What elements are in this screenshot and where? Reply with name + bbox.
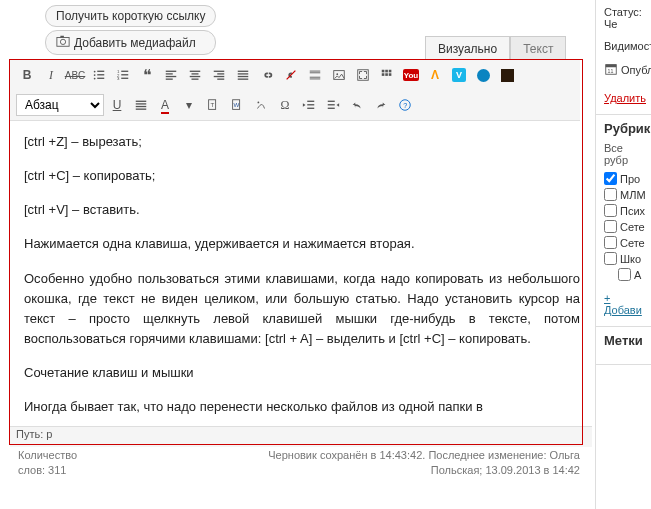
svg-rect-59: [328, 108, 335, 109]
svg-rect-27: [238, 71, 249, 72]
svg-point-3: [94, 71, 96, 73]
paste-text-button[interactable]: T: [202, 94, 224, 116]
color-picker-button[interactable]: ▾: [178, 94, 200, 116]
align-center-button[interactable]: [184, 64, 206, 86]
svg-rect-17: [166, 76, 177, 77]
svg-point-37: [336, 73, 338, 75]
tab-text[interactable]: Текст: [510, 36, 566, 61]
content-p5: Особенно удобно пользоваться этими клави…: [24, 269, 580, 350]
youtube-icon[interactable]: You: [400, 64, 422, 86]
sidebar: Статус: Че Видимост 11 Опубл Удалить Руб…: [595, 0, 651, 509]
cat-checkbox-a[interactable]: [618, 268, 631, 281]
charmap-button[interactable]: Ω: [274, 94, 296, 116]
cat-label-2: Псих: [620, 205, 645, 217]
svg-rect-40: [385, 70, 388, 73]
ol-button[interactable]: 123: [112, 64, 134, 86]
cat-checkbox-0[interactable]: [604, 172, 617, 185]
svg-rect-55: [307, 104, 314, 105]
last-modified: Последнее изменение: Ольга: [428, 449, 580, 461]
plugin-blue-icon[interactable]: [472, 64, 494, 86]
svg-text:11: 11: [608, 68, 614, 74]
svg-rect-43: [385, 73, 388, 76]
svg-rect-34: [310, 77, 321, 78]
remove-format-button[interactable]: [250, 94, 272, 116]
delete-link[interactable]: Удалить: [604, 92, 646, 104]
add-category-link[interactable]: + Добави: [604, 292, 642, 316]
svg-rect-35: [310, 79, 321, 80]
kitchen-sink-button[interactable]: [376, 64, 398, 86]
svg-rect-25: [214, 76, 225, 77]
svg-rect-46: [136, 103, 147, 104]
editor-content[interactable]: [ctrl +Z] – вырезать; [ctrl +C] – копиро…: [10, 122, 594, 442]
svg-point-5: [94, 74, 96, 76]
rubrics-heading: Рубрики: [604, 121, 648, 136]
svg-rect-28: [238, 73, 249, 74]
help-button[interactable]: ?: [394, 94, 416, 116]
word-count-label: Количество: [18, 448, 77, 463]
shortlink-button[interactable]: Получить короткую ссылку: [45, 5, 216, 27]
outdent-button[interactable]: [298, 94, 320, 116]
camera-icon: [56, 34, 70, 51]
fullscreen-button[interactable]: [352, 64, 374, 86]
format-select[interactable]: Абзац: [16, 94, 104, 116]
svg-rect-29: [238, 76, 249, 77]
publish-label: Опубл: [621, 64, 651, 76]
text-color-button[interactable]: A: [154, 94, 176, 116]
svg-point-1: [60, 39, 65, 44]
indent-button[interactable]: [322, 94, 344, 116]
svg-rect-47: [136, 106, 147, 107]
svg-rect-22: [192, 79, 199, 80]
shortlink-label: Получить короткую ссылку: [56, 9, 205, 23]
cat-label-1: МЛМ: [620, 189, 646, 201]
cat-checkbox-2[interactable]: [604, 204, 617, 217]
redo-button[interactable]: [370, 94, 392, 116]
svg-rect-58: [328, 104, 335, 105]
quote-button[interactable]: ❝: [136, 64, 158, 86]
svg-rect-12: [121, 74, 128, 75]
svg-rect-15: [166, 71, 177, 72]
svg-rect-4: [97, 71, 104, 72]
ul-button[interactable]: [88, 64, 110, 86]
svg-rect-54: [307, 101, 314, 102]
link-button[interactable]: [256, 64, 278, 86]
vimeo-icon[interactable]: V: [448, 64, 470, 86]
content-p1: [ctrl +Z] – вырезать;: [24, 132, 580, 152]
paste-word-button[interactable]: W: [226, 94, 248, 116]
svg-rect-8: [97, 78, 104, 79]
rutube-icon[interactable]: Λ: [424, 64, 446, 86]
svg-line-31: [287, 71, 296, 80]
svg-text:T: T: [210, 101, 214, 108]
align-full-button[interactable]: [130, 94, 152, 116]
svg-rect-32: [310, 71, 321, 72]
more-button[interactable]: [304, 64, 326, 86]
content-p2: [ctrl +C] – копировать;: [24, 166, 580, 186]
tab-visual[interactable]: Визуально: [425, 36, 510, 61]
svg-rect-6: [97, 74, 104, 75]
align-justify-button[interactable]: [232, 64, 254, 86]
add-media-button[interactable]: Добавить медиафайл: [45, 30, 216, 55]
cat-label-0: Про: [620, 173, 640, 185]
status-value: Че: [604, 18, 617, 30]
italic-button[interactable]: I: [40, 64, 62, 86]
bold-button[interactable]: B: [16, 64, 38, 86]
svg-rect-23: [214, 71, 225, 72]
align-right-button[interactable]: [208, 64, 230, 86]
cat-checkbox-5[interactable]: [604, 252, 617, 265]
cat-checkbox-1[interactable]: [604, 188, 617, 201]
strike-button[interactable]: ABC: [64, 64, 86, 86]
align-left-button[interactable]: [160, 64, 182, 86]
cat-checkbox-3[interactable]: [604, 220, 617, 233]
plugin-dark-icon[interactable]: [496, 64, 518, 86]
undo-button[interactable]: [346, 94, 368, 116]
image-button[interactable]: [328, 64, 350, 86]
svg-rect-38: [358, 70, 369, 81]
svg-rect-41: [389, 70, 392, 73]
last-modified-2: Польская; 13.09.2013 в 14:42: [268, 463, 580, 478]
unlink-button[interactable]: [280, 64, 302, 86]
cat-checkbox-4[interactable]: [604, 236, 617, 249]
all-rubrics-tab[interactable]: Все рубр: [604, 142, 648, 166]
svg-rect-30: [238, 79, 249, 80]
editor-toolbar: B I ABC 123 ❝ You Λ V Абзац U A: [10, 60, 580, 121]
underline-button[interactable]: U: [106, 94, 128, 116]
svg-rect-21: [190, 76, 201, 77]
